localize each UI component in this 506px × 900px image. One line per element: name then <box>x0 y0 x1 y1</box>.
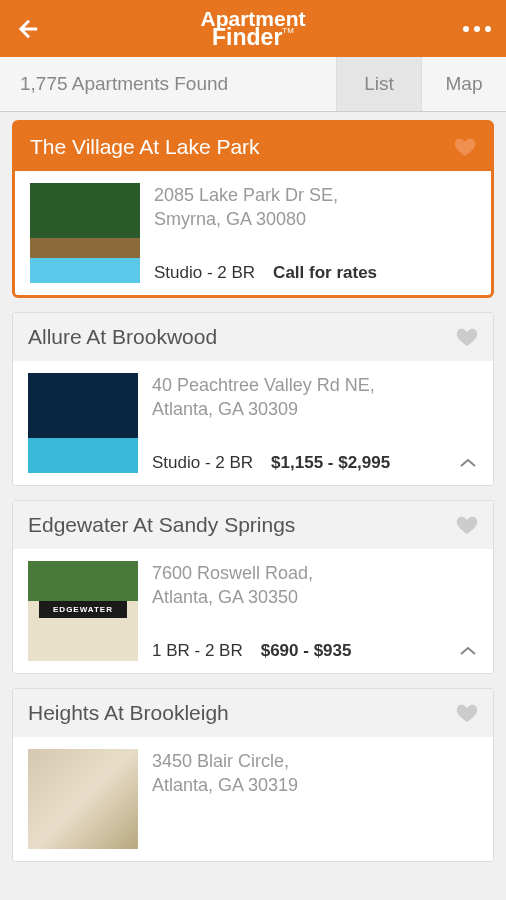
favorite-button[interactable] <box>454 137 476 157</box>
listing-body: 3450 Blair Circle, Atlanta, GA 30319 <box>13 737 493 861</box>
listing-name: The Village At Lake Park <box>30 135 260 159</box>
listing-header: The Village At Lake Park <box>15 123 491 171</box>
listing-info: 3450 Blair Circle, Atlanta, GA 30319 <box>152 749 478 849</box>
listing-thumbnail[interactable] <box>28 749 138 849</box>
listing-address: 40 Peachtree Valley Rd NE, Atlanta, GA 3… <box>152 373 478 422</box>
heart-icon <box>454 137 476 157</box>
back-button[interactable] <box>15 9 55 49</box>
heart-icon <box>456 703 478 723</box>
address-line2: Atlanta, GA 30319 <box>152 773 478 797</box>
listing-thumbnail[interactable] <box>30 183 140 283</box>
favorite-button[interactable] <box>456 703 478 723</box>
listing-header: Heights At Brookleigh <box>13 689 493 737</box>
app-logo: Apartment FinderTM <box>200 10 305 47</box>
listing-info: 2085 Lake Park Dr SE, Smyrna, GA 30080 S… <box>154 183 476 283</box>
listing-details: Studio - 2 BR $1,155 - $2,995 <box>152 453 478 473</box>
chevron-up-icon <box>459 646 477 656</box>
address-line1: 7600 Roswell Road, <box>152 561 478 585</box>
tab-list[interactable]: List <box>336 57 421 111</box>
listing-info: 7600 Roswell Road, Atlanta, GA 30350 1 B… <box>152 561 478 661</box>
listing-address: 2085 Lake Park Dr SE, Smyrna, GA 30080 <box>154 183 476 232</box>
address-line1: 2085 Lake Park Dr SE, <box>154 183 476 207</box>
listing-card[interactable]: Heights At Brookleigh 3450 Blair Circle,… <box>12 688 494 862</box>
listing-body: 2085 Lake Park Dr SE, Smyrna, GA 30080 S… <box>15 171 491 295</box>
listing-price: $1,155 - $2,995 <box>271 453 390 473</box>
listing-name: Allure At Brookwood <box>28 325 217 349</box>
results-count: 1,775 Apartments Found <box>0 73 228 95</box>
address-line1: 3450 Blair Circle, <box>152 749 478 773</box>
listing-price: Call for rates <box>273 263 377 283</box>
listing-card[interactable]: Allure At Brookwood 40 Peachtree Valley … <box>12 312 494 486</box>
listing-name: Heights At Brookleigh <box>28 701 229 725</box>
address-line2: Atlanta, GA 30350 <box>152 585 478 609</box>
view-tabs: List Map <box>336 57 506 111</box>
listing-body: 7600 Roswell Road, Atlanta, GA 30350 1 B… <box>13 549 493 673</box>
sub-bar: 1,775 Apartments Found List Map <box>0 57 506 112</box>
more-icon <box>463 26 491 32</box>
top-bar: Apartment FinderTM <box>0 0 506 57</box>
expand-button[interactable] <box>458 453 478 473</box>
listing-details: 1 BR - 2 BR $690 - $935 <box>152 641 478 661</box>
listing-body: 40 Peachtree Valley Rd NE, Atlanta, GA 3… <box>13 361 493 485</box>
listings-container: The Village At Lake Park 2085 Lake Park … <box>0 112 506 884</box>
logo-tm: TM <box>282 26 294 35</box>
favorite-button[interactable] <box>456 327 478 347</box>
listing-address: 7600 Roswell Road, Atlanta, GA 30350 <box>152 561 478 610</box>
address-line2: Smyrna, GA 30080 <box>154 207 476 231</box>
listing-bedrooms: Studio - 2 BR <box>152 453 253 473</box>
chevron-up-icon <box>459 458 477 468</box>
listing-bedrooms: 1 BR - 2 BR <box>152 641 243 661</box>
listing-info: 40 Peachtree Valley Rd NE, Atlanta, GA 3… <box>152 373 478 473</box>
logo-text-bottom: Finder <box>212 24 282 50</box>
listing-details: Studio - 2 BR Call for rates <box>154 263 476 283</box>
heart-icon <box>456 327 478 347</box>
listing-thumbnail[interactable] <box>28 561 138 661</box>
listing-price: $690 - $935 <box>261 641 352 661</box>
address-line2: Atlanta, GA 30309 <box>152 397 478 421</box>
favorite-button[interactable] <box>456 515 478 535</box>
listing-name: Edgewater At Sandy Springs <box>28 513 295 537</box>
heart-icon <box>456 515 478 535</box>
listing-card[interactable]: Edgewater At Sandy Springs 7600 Roswell … <box>12 500 494 674</box>
listing-address: 3450 Blair Circle, Atlanta, GA 30319 <box>152 749 478 798</box>
listing-card[interactable]: The Village At Lake Park 2085 Lake Park … <box>12 120 494 298</box>
address-line1: 40 Peachtree Valley Rd NE, <box>152 373 478 397</box>
listing-header: Edgewater At Sandy Springs <box>13 501 493 549</box>
tab-map[interactable]: Map <box>421 57 506 111</box>
expand-button[interactable] <box>458 641 478 661</box>
listing-header: Allure At Brookwood <box>13 313 493 361</box>
listing-bedrooms: Studio - 2 BR <box>154 263 255 283</box>
listing-thumbnail[interactable] <box>28 373 138 473</box>
more-button[interactable] <box>451 9 491 49</box>
